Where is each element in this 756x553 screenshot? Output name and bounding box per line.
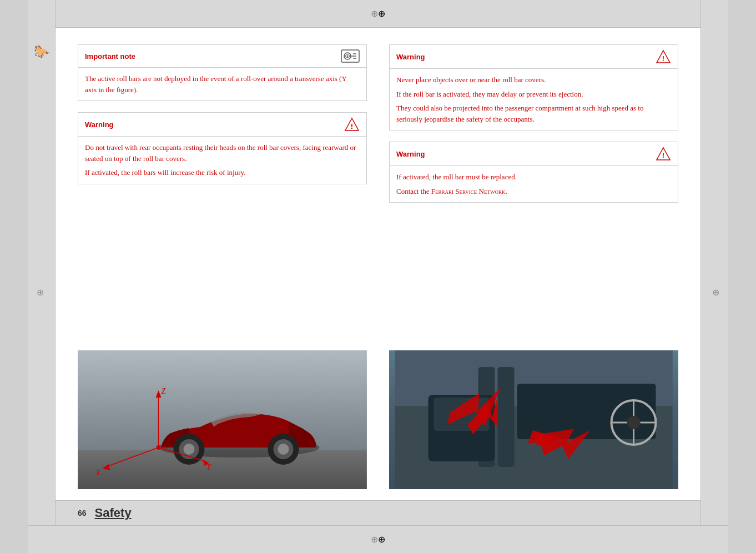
warning2-icon: ! (656, 49, 671, 64)
important-note-text: The active roll bars are not deployed in… (85, 73, 360, 95)
warning1-label: Warning (85, 120, 114, 129)
warning2-text-1: If the roll bar is activated, they may d… (396, 89, 671, 100)
important-note-box: Important note (78, 44, 367, 101)
svg-point-18 (184, 444, 195, 455)
warning3-icon: ! (656, 147, 671, 161)
warning1-header: Warning ! (78, 113, 366, 137)
svg-text:!: ! (662, 152, 664, 160)
right-column: Warning ! Never place objects over or ne… (389, 44, 678, 328)
images-row: Z X Y G (56, 339, 700, 500)
main-content: Important note (56, 28, 700, 525)
page-container: ⊕ 🐎 ⊕ ⊕ ⊕ Important note (28, 0, 728, 553)
warning2-content: Never place objects over or near the rol… (390, 69, 678, 130)
crosshair-bottom-icon: ⊕ (371, 534, 385, 545)
warning2-box: Warning ! Never place objects over or ne… (389, 44, 678, 130)
footer-bar: 66 Safety (56, 500, 700, 525)
important-note-icon (341, 49, 360, 63)
crosshair-right-icon: ⊕ (712, 287, 719, 298)
right-strip: ⊕ (700, 0, 728, 553)
svg-text:!: ! (662, 54, 664, 63)
left-column: Important note (78, 44, 367, 328)
svg-point-42 (627, 416, 641, 429)
important-note-label: Important note (85, 52, 135, 61)
warning2-label: Warning (396, 53, 425, 61)
warning1-text-0: Do not travel with rear occupants restin… (85, 142, 360, 164)
svg-rect-40 (517, 384, 656, 439)
svg-point-6 (347, 56, 348, 57)
svg-point-21 (278, 444, 289, 455)
car-image-left: Z X Y G (78, 350, 367, 489)
warning3-text-1: Contact the Ferrari Service Network. (396, 186, 671, 197)
top-strip: ⊕ (28, 0, 728, 28)
car-image-right (389, 350, 678, 489)
crosshair-top-icon: ⊕ (373, 9, 383, 19)
warning1-icon: ! (344, 117, 360, 132)
svg-rect-37 (498, 367, 515, 467)
ferrari-logo-icon: 🐎 (34, 44, 49, 59)
warning2-text-2: They could also be projected into the pa… (396, 103, 671, 124)
svg-text:X: X (95, 469, 101, 477)
bottom-strip: ⊕ (28, 525, 728, 553)
warning3-text-0: If activated, the roll bar must be repla… (396, 172, 671, 183)
warning2-header: Warning ! (390, 45, 678, 69)
warning1-box: Warning ! Do not travel with rear occupa… (78, 112, 367, 184)
content-area: Important note (56, 28, 700, 339)
warning3-content: If activated, the roll bar must be repla… (390, 166, 678, 202)
warning3-label: Warning (396, 150, 425, 158)
svg-text:G: G (164, 443, 169, 451)
crosshair-left-icon: ⊕ (37, 287, 44, 298)
footer-section-title: Safety (95, 506, 132, 520)
svg-text:Z: Z (162, 387, 166, 395)
page-number: 66 (78, 509, 87, 517)
important-note-header: Important note (78, 45, 366, 68)
warning3-box: Warning ! If activated, the roll bar mus… (389, 142, 678, 203)
warning1-text-1: If activated, the roll bars will increas… (85, 167, 360, 178)
warning1-content: Do not travel with rear occupants restin… (78, 137, 366, 184)
left-strip: 🐎 ⊕ (28, 0, 56, 553)
warning3-header: Warning ! (390, 142, 678, 166)
important-note-content: The active roll bars are not deployed in… (78, 68, 366, 100)
warning2-text-0: Never place objects over or near the rol… (396, 74, 671, 86)
svg-text:!: ! (351, 122, 353, 130)
